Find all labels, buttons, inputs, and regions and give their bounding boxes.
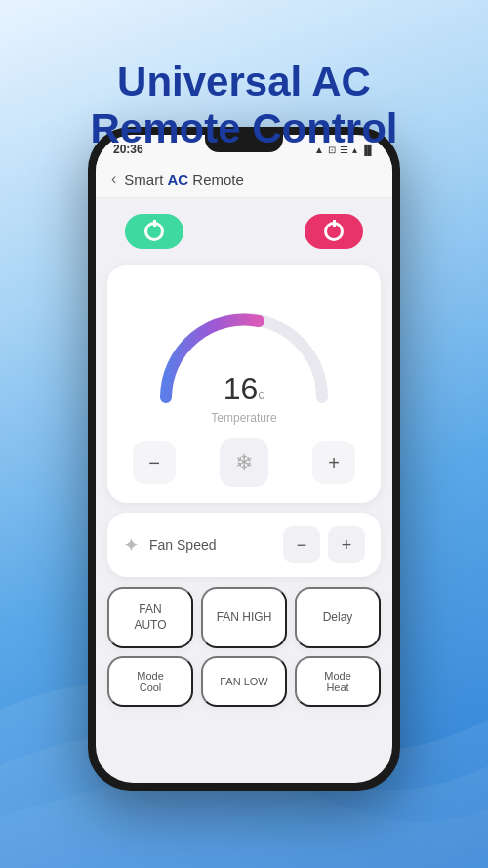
temperature-display: 16c [224, 371, 265, 407]
fan-auto-button[interactable]: FANAUTO [107, 587, 193, 648]
fan-minus-icon: − [297, 535, 307, 556]
minus-icon: − [148, 452, 160, 475]
temperature-controls: − ❄ + [123, 438, 365, 487]
power-on-button[interactable] [125, 214, 183, 249]
phone-screen: 20:36 ▲ ⊡ ☰ ▴ ▐▌ ‹ Smart AC Remote [96, 135, 392, 783]
temperature-card: 16c Temperature − ❄ + [107, 265, 381, 503]
temperature-gauge: 16c [123, 280, 365, 407]
fan-high-button[interactable]: FAN HIGH [201, 587, 287, 648]
mode-cool-button[interactable]: ModeCool [107, 656, 193, 707]
power-off-button[interactable] [305, 214, 363, 249]
temperature-label: Temperature [123, 411, 365, 425]
fan-decrease-button[interactable]: − [283, 526, 320, 563]
fan-increase-button[interactable]: + [328, 526, 365, 563]
app-title-bold: AC [168, 171, 189, 187]
fan-speed-label: Fan Speed [149, 537, 283, 553]
mode-button-grid: FANAUTO FAN HIGH Delay [107, 587, 381, 648]
back-button[interactable]: ‹ [111, 170, 116, 187]
app-title: Smart AC Remote [124, 171, 244, 187]
bottom-button-row: ModeCool FAN LOW ModeHeat [107, 656, 381, 707]
power-on-icon [144, 222, 164, 241]
temperature-value: 16 [224, 371, 259, 406]
delay-button[interactable]: Delay [295, 587, 381, 648]
app-header: ‹ Smart AC Remote [96, 160, 392, 198]
temp-increase-button[interactable]: + [312, 441, 355, 484]
fan-low-button[interactable]: FAN LOW [201, 656, 287, 707]
phone-device: 20:36 ▲ ⊡ ☰ ▴ ▐▌ ‹ Smart AC Remote [88, 127, 400, 791]
fan-speed-card: ✦ Fan Speed − + [107, 513, 381, 577]
mode-heat-button[interactable]: ModeHeat [295, 656, 381, 707]
snowflake-icon: ❄ [235, 450, 253, 475]
app-title-end: Remote [188, 171, 244, 187]
page-header: Universal AC Remote Control [52, 29, 437, 153]
power-row [96, 198, 392, 265]
fan-plus-icon: + [342, 535, 352, 556]
temp-decrease-button[interactable]: − [133, 441, 176, 484]
page-title: Universal AC Remote Control [71, 59, 418, 153]
snowflake-button[interactable]: ❄ [220, 438, 268, 487]
fan-speed-controls: − + [283, 526, 365, 563]
temperature-unit: c [258, 387, 264, 402]
fan-icon: ✦ [123, 533, 140, 557]
app-title-plain: Smart [124, 171, 167, 187]
power-off-icon [324, 222, 344, 241]
plus-icon: + [328, 452, 340, 475]
